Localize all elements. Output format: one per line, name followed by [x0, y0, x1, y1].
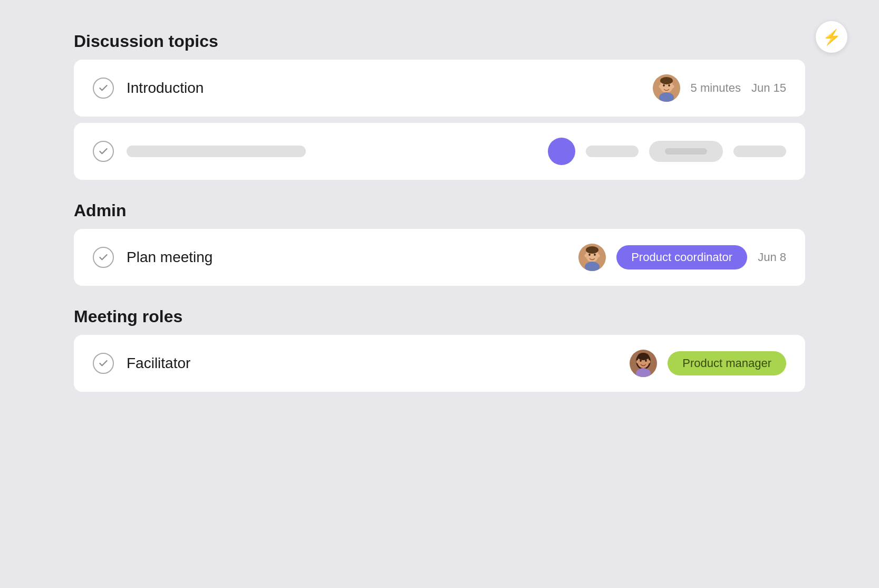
check-icon [93, 78, 114, 99]
avatar [578, 244, 606, 271]
item-label: Plan meeting [127, 249, 578, 266]
lightning-icon: ⚡ [823, 28, 841, 46]
svg-point-21 [648, 360, 651, 363]
skeleton-date [733, 146, 786, 157]
section-title-admin: Admin [74, 201, 805, 220]
svg-point-12 [597, 254, 600, 257]
svg-point-14 [594, 254, 596, 256]
svg-point-20 [636, 360, 639, 363]
section-discussion-topics: Discussion topics Introduction [74, 32, 805, 180]
skeleton-right [548, 138, 786, 165]
duration-text: 5 minutes [691, 81, 741, 95]
section-meeting-roles: Meeting roles Facilitator [74, 307, 805, 392]
date-text: Jun 8 [758, 250, 786, 264]
svg-point-5 [663, 84, 665, 86]
skeleton-badge [649, 141, 723, 162]
svg-point-6 [668, 84, 670, 86]
skeleton-text-bar [127, 146, 306, 157]
svg-point-2 [660, 77, 673, 84]
svg-point-22 [640, 360, 642, 362]
avatar [630, 350, 657, 377]
section-title-discussion-topics: Discussion topics [74, 32, 805, 51]
item-meta: Product manager [630, 350, 786, 377]
item-meta: Product coordinator Jun 8 [578, 244, 786, 271]
svg-point-23 [645, 360, 647, 362]
section-admin: Admin Plan meeting Product coo [74, 201, 805, 286]
date-text: Jun 15 [751, 81, 786, 95]
section-title-meeting-roles: Meeting roles [74, 307, 805, 326]
item-label: Introduction [127, 80, 653, 97]
svg-point-3 [659, 85, 661, 88]
check-icon [93, 353, 114, 374]
item-meta: 5 minutes Jun 15 [653, 74, 786, 102]
badge-product-coordinator: Product coordinator [616, 245, 747, 269]
check-icon-skeleton [93, 141, 114, 162]
skeleton-duration [586, 146, 639, 157]
list-item[interactable]: Introduction [74, 60, 805, 117]
lightning-button[interactable]: ⚡ [816, 21, 847, 53]
skeleton-avatar [548, 138, 575, 165]
item-label: Facilitator [127, 355, 630, 372]
list-item-skeleton [74, 123, 805, 180]
svg-point-13 [588, 254, 591, 256]
svg-point-19 [637, 353, 649, 360]
svg-point-10 [586, 246, 598, 254]
list-item[interactable]: Facilitator [74, 335, 805, 392]
badge-product-manager: Product manager [668, 351, 786, 375]
check-icon [93, 247, 114, 268]
avatar [653, 74, 680, 102]
list-item[interactable]: Plan meeting Product coordinator Jun 8 [74, 229, 805, 286]
svg-point-11 [585, 254, 587, 257]
svg-point-4 [671, 85, 674, 88]
